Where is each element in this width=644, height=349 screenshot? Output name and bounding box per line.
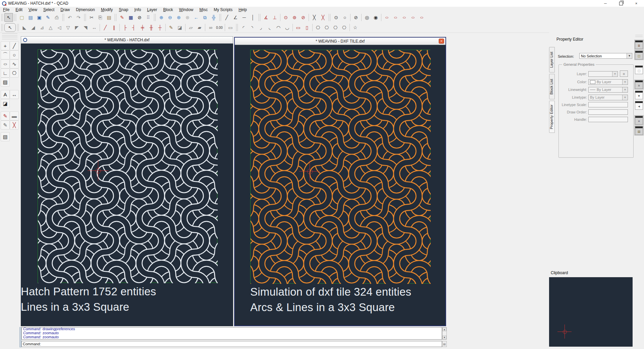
- toolbar-handle[interactable]: [236, 24, 238, 31]
- tab-block-list[interactable]: Block List: [549, 74, 555, 99]
- toolbar-handle[interactable]: [154, 14, 156, 21]
- ellipse-inscribed-button[interactable]: ○: [417, 13, 426, 22]
- minimize-button[interactable]: ─: [598, 0, 613, 7]
- toolbar-handle[interactable]: [62, 14, 64, 21]
- zoom-in-button[interactable]: ⊕: [157, 13, 166, 22]
- menu-edit[interactable]: Edit: [12, 7, 25, 12]
- auto-zoom-button[interactable]: ⊛: [174, 13, 183, 22]
- parallel-button[interactable]: ∥: [110, 23, 118, 32]
- ellipse-rotated-button[interactable]: ○: [400, 13, 409, 22]
- toolbar-handle[interactable]: [259, 14, 260, 21]
- line-tangent-2-circles-button[interactable]: ⊚: [290, 13, 299, 22]
- paste-button[interactable]: ▤: [105, 13, 113, 22]
- menu-dimension[interactable]: Dimension: [73, 7, 98, 12]
- line-tools-button[interactable]: ╱: [10, 41, 19, 50]
- mdi-close-button[interactable]: ×: [439, 39, 444, 44]
- menu-block[interactable]: Block: [160, 7, 176, 12]
- menu-view[interactable]: View: [25, 7, 40, 12]
- line-horizontal-button[interactable]: ─: [240, 13, 249, 22]
- toolbar-handle[interactable]: [219, 14, 221, 21]
- strip-grip[interactable]: [635, 35, 643, 37]
- pe-combo-layer[interactable]: ▼: [588, 71, 618, 77]
- mirror-button[interactable]: ◣: [20, 23, 29, 32]
- menu-layer[interactable]: Layer: [144, 7, 160, 12]
- misc-draw-tools-button[interactable]: ✎: [1, 111, 10, 120]
- tab-property-editor[interactable]: Property Editor: [549, 101, 555, 133]
- clipboard-panel-button[interactable]: ▤: [635, 126, 643, 135]
- line-bisector-button[interactable]: ∡: [262, 13, 270, 22]
- menu-help[interactable]: Help: [235, 7, 250, 12]
- property-editor-titlebar[interactable]: Property Editor ⧉ ×: [556, 37, 642, 42]
- layer-list-panel-button[interactable]: ≣: [635, 40, 643, 49]
- point-tools-button[interactable]: +: [1, 41, 10, 50]
- save-as-button[interactable]: ✎: [44, 13, 52, 22]
- toolbar-handle[interactable]: [329, 14, 330, 21]
- lengthen-button[interactable]: ╪: [138, 23, 147, 32]
- shape-tools-button[interactable]: ⎔: [10, 68, 19, 78]
- print-preview-button[interactable]: ⎙: [52, 13, 61, 22]
- divide-button[interactable]: ┼: [156, 23, 164, 32]
- pan-button[interactable]: ╬: [209, 13, 218, 22]
- line-vertical-button[interactable]: │: [249, 13, 257, 22]
- selection-filter-panel-button[interactable]: ▼: [635, 91, 643, 99]
- polygon-center-side-button[interactable]: ⎔: [322, 23, 331, 32]
- line-orthogonal-button[interactable]: ╳: [310, 13, 319, 22]
- drawing-preferences-button[interactable]: ▦: [126, 13, 135, 22]
- polygon-center-corner-button[interactable]: ⎔: [314, 23, 322, 32]
- selection-combo[interactable]: No Selection ▼: [579, 53, 632, 59]
- menu-file[interactable]: File: [0, 7, 12, 12]
- command-options-button[interactable]: ▤: [442, 341, 447, 347]
- move-button[interactable]: ◢: [29, 23, 38, 32]
- new-document-button[interactable]: ▢: [17, 13, 26, 22]
- toolbar-handle[interactable]: [1, 24, 3, 31]
- pe-combo-color[interactable]: By Layer▼: [588, 79, 628, 85]
- menu-misc[interactable]: Misc: [196, 7, 211, 12]
- trim-both-button[interactable]: ┤: [129, 23, 138, 32]
- open-file-button[interactable]: ▤: [26, 13, 35, 22]
- grid-toggle-button[interactable]: ⠿: [144, 13, 153, 22]
- copy-button[interactable]: ⎘: [96, 13, 105, 22]
- offset-button[interactable]: ╱: [101, 23, 110, 32]
- command-input[interactable]: Command:: [21, 341, 442, 347]
- panel-grip[interactable]: [2, 37, 17, 39]
- drawing-canvas-dxf-tile[interactable]: Simulation of dxf tile 324 entities Arcs…: [235, 45, 445, 326]
- line-angle-button[interactable]: ∠: [231, 13, 240, 22]
- cut-button[interactable]: ✂: [87, 13, 96, 22]
- dimension-tools-button[interactable]: ↔: [10, 90, 19, 99]
- node-tools-button[interactable]: ╳: [10, 120, 19, 130]
- pe-combo-linetype[interactable]: By Layer▼: [588, 95, 628, 100]
- project-button[interactable]: ◥: [81, 23, 90, 32]
- property-editor-panel-button[interactable]: ≡: [635, 80, 643, 89]
- layer-menu-button[interactable]: ≡: [620, 70, 628, 77]
- ellipse-center-2-points-button[interactable]: ○: [382, 13, 391, 22]
- line-tangent-point-circle-button[interactable]: ⊙: [281, 13, 290, 22]
- measure-tools-button[interactable]: ▬: [10, 111, 19, 120]
- edit-hatch-button[interactable]: ◪: [175, 23, 184, 32]
- arc-2-point-radius-button[interactable]: ◝: [248, 23, 257, 32]
- pe-input-linetype-scale[interactable]: [588, 102, 628, 107]
- menu-snap[interactable]: Snap: [116, 7, 131, 12]
- rectangle-2-points-button[interactable]: ▭: [294, 23, 303, 32]
- previous-view-button[interactable]: ←: [192, 13, 201, 22]
- hatch-tool-button[interactable]: ▨: [1, 78, 10, 87]
- menu-my-scripts[interactable]: My Scripts: [211, 7, 235, 12]
- break-out-button[interactable]: ╫: [147, 23, 156, 32]
- toolbar-handle[interactable]: [14, 14, 16, 21]
- toolbar-handle[interactable]: [84, 14, 86, 21]
- measurement-reset-button[interactable]: 0.00: [215, 23, 224, 32]
- arc-2-point-angle-button[interactable]: ◞: [257, 23, 265, 32]
- selection-pointer-button[interactable]: ↖: [4, 13, 13, 22]
- stretch-button[interactable]: ↔: [90, 23, 99, 32]
- solid-tools-button[interactable]: ▧: [1, 132, 10, 141]
- arc-center-point-button[interactable]: ◜: [239, 23, 248, 32]
- arc-tools-button[interactable]: ⌒: [1, 50, 10, 59]
- arc-concentric-button[interactable]: ◡: [283, 23, 291, 32]
- order-to-back-button[interactable]: ▰: [195, 23, 204, 32]
- command-line-panel-button[interactable]: ≡: [635, 116, 643, 124]
- restore-button[interactable]: [613, 0, 629, 7]
- drawing-pen-button[interactable]: ✎: [118, 13, 126, 22]
- ellipse-tools-button[interactable]: ○: [1, 59, 10, 68]
- window-zoom-button[interactable]: ⧉: [201, 13, 209, 22]
- text-tool-button[interactable]: A: [1, 90, 10, 99]
- scroll-up-icon[interactable]: ▲: [442, 328, 446, 331]
